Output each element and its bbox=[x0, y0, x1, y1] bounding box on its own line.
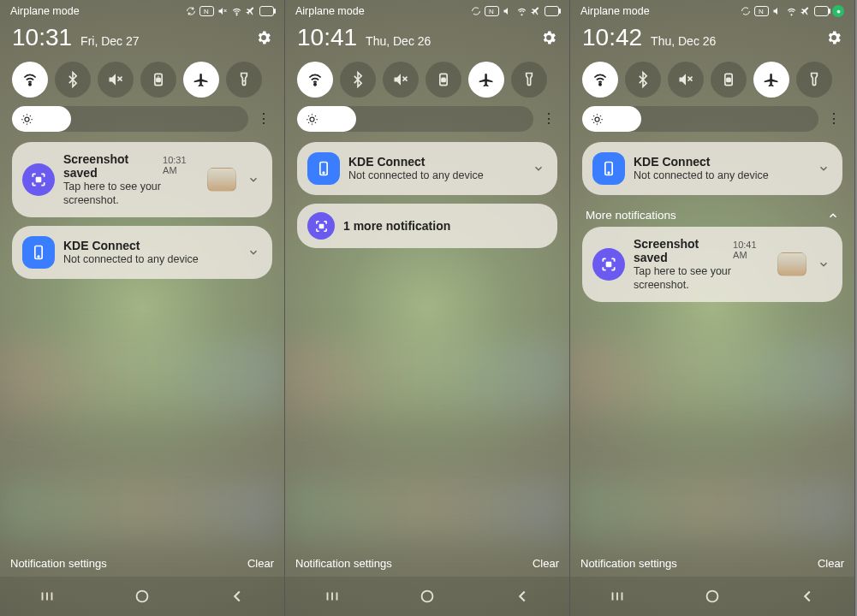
screenshot-app-icon bbox=[22, 163, 55, 196]
notification-kde-connect[interactable]: KDE Connect Not connected to any device bbox=[297, 142, 557, 195]
nav-back-button[interactable] bbox=[488, 583, 556, 609]
mute-status-icon bbox=[772, 6, 783, 16]
notification-body: Not connected to any device bbox=[348, 169, 521, 183]
notification-title: Screenshot saved bbox=[634, 237, 726, 264]
nav-back-button[interactable] bbox=[773, 583, 842, 609]
airplane-toggle[interactable] bbox=[468, 62, 504, 98]
bluetooth-toggle[interactable] bbox=[625, 62, 661, 98]
svg-rect-37 bbox=[727, 78, 730, 81]
wifi-toggle[interactable] bbox=[582, 62, 618, 98]
notification-settings-link[interactable]: Notification settings bbox=[295, 557, 392, 570]
notification-screenshot[interactable]: Screenshot saved 10:31 AM Tap here to se… bbox=[12, 142, 272, 217]
svg-point-12 bbox=[38, 256, 39, 258]
nav-home-button[interactable] bbox=[108, 583, 176, 609]
phone-panel: Airplane mode N 10:31 Fri, Dec 27 ⋮ bbox=[0, 0, 285, 616]
flashlight-toggle[interactable] bbox=[796, 62, 832, 98]
notification-title: KDE Connect bbox=[348, 155, 521, 169]
wifi-toggle[interactable] bbox=[297, 62, 333, 98]
more-notifications-label: 1 more notification bbox=[343, 219, 450, 233]
sync-icon bbox=[741, 6, 751, 16]
notification-title: KDE Connect bbox=[634, 155, 806, 169]
settings-icon[interactable] bbox=[255, 29, 272, 46]
brightness-slider[interactable] bbox=[582, 106, 818, 132]
notification-body: Not connected to any device bbox=[63, 253, 236, 267]
svg-point-30 bbox=[422, 591, 433, 602]
brightness-slider[interactable] bbox=[297, 106, 533, 132]
expand-icon[interactable] bbox=[245, 246, 262, 258]
nav-bar bbox=[285, 577, 569, 616]
sync-icon bbox=[471, 6, 481, 16]
screenshot-thumbnail bbox=[207, 168, 236, 192]
clear-button[interactable]: Clear bbox=[818, 557, 844, 570]
bluetooth-toggle[interactable] bbox=[340, 62, 376, 98]
notification-screenshot[interactable]: Screenshot saved 10:41 AM Tap here to se… bbox=[582, 227, 842, 302]
brightness-menu-icon[interactable]: ⋮ bbox=[825, 115, 842, 123]
airplane-status-icon bbox=[800, 6, 811, 16]
expand-icon[interactable] bbox=[815, 258, 832, 270]
svg-point-38 bbox=[595, 117, 599, 121]
mute-toggle[interactable] bbox=[668, 62, 704, 98]
notification-title: KDE Connect bbox=[63, 239, 236, 252]
svg-rect-10 bbox=[36, 177, 42, 183]
notification-body: Tap here to see your screenshot. bbox=[63, 181, 199, 207]
bluetooth-toggle[interactable] bbox=[55, 62, 91, 98]
status-mode-label: Airplane mode bbox=[295, 5, 365, 17]
panel-footer: Notification settings Clear bbox=[580, 557, 844, 570]
rotation-lock-toggle[interactable] bbox=[426, 62, 461, 98]
more-notifications-pill[interactable]: 1 more notification bbox=[297, 204, 557, 248]
expand-icon[interactable] bbox=[530, 163, 547, 175]
nav-home-button[interactable] bbox=[678, 583, 747, 609]
airplane-toggle[interactable] bbox=[753, 62, 789, 98]
brightness-slider[interactable] bbox=[12, 106, 248, 132]
clock-date: Thu, Dec 26 bbox=[651, 34, 716, 48]
notification-settings-link[interactable]: Notification settings bbox=[10, 557, 107, 570]
expand-icon[interactable] bbox=[815, 163, 832, 175]
battery-icon bbox=[545, 6, 559, 16]
status-mode-label: Airplane mode bbox=[10, 5, 80, 17]
svg-point-31 bbox=[791, 14, 792, 15]
panel-header: 10:41 Thu, Dec 26 bbox=[285, 19, 569, 55]
notification-kde-connect[interactable]: KDE Connect Not connected to any device bbox=[12, 226, 272, 279]
phone-panel: Airplane mode N 10:41 Thu, Dec 26 ⋮ bbox=[285, 0, 570, 616]
rotation-lock-toggle[interactable] bbox=[711, 62, 747, 98]
brightness-row: ⋮ bbox=[285, 106, 569, 142]
notification-body: Tap here to see your screenshot. bbox=[634, 265, 769, 292]
rotation-lock-toggle[interactable] bbox=[140, 62, 176, 98]
expand-icon[interactable] bbox=[245, 174, 262, 186]
clear-button[interactable]: Clear bbox=[247, 557, 274, 570]
status-tray: N bbox=[186, 6, 274, 17]
settings-icon[interactable] bbox=[825, 29, 842, 46]
svg-rect-22 bbox=[442, 78, 445, 81]
status-tray: N bbox=[471, 6, 559, 17]
chevron-up-icon bbox=[827, 210, 839, 222]
flashlight-toggle[interactable] bbox=[511, 62, 547, 98]
svg-point-33 bbox=[599, 84, 601, 86]
brightness-icon bbox=[21, 113, 33, 126]
clock-time: 10:42 bbox=[582, 24, 642, 51]
svg-point-40 bbox=[608, 172, 610, 174]
mute-toggle[interactable] bbox=[383, 62, 419, 98]
settings-icon[interactable] bbox=[540, 29, 557, 46]
brightness-menu-icon[interactable]: ⋮ bbox=[540, 115, 557, 123]
nav-back-button[interactable] bbox=[203, 583, 271, 609]
svg-point-3 bbox=[29, 84, 31, 86]
nfc-icon: N bbox=[199, 6, 214, 16]
brightness-menu-icon[interactable]: ⋮ bbox=[255, 115, 272, 123]
nav-recent-button[interactable] bbox=[13, 583, 81, 609]
panel-header: 10:31 Fri, Dec 27 bbox=[0, 19, 284, 55]
brightness-icon bbox=[591, 113, 604, 126]
nav-home-button[interactable] bbox=[393, 583, 461, 609]
mute-toggle[interactable] bbox=[98, 62, 134, 98]
more-notifications-header[interactable]: More notifications bbox=[582, 204, 842, 227]
flashlight-toggle[interactable] bbox=[226, 62, 262, 98]
notification-settings-link[interactable]: Notification settings bbox=[580, 557, 677, 570]
wifi-toggle[interactable] bbox=[12, 62, 48, 98]
notification-kde-connect[interactable]: KDE Connect Not connected to any device bbox=[582, 142, 842, 195]
status-bar: Airplane mode N bbox=[570, 0, 854, 19]
nav-recent-button[interactable] bbox=[583, 583, 652, 609]
clear-button[interactable]: Clear bbox=[533, 557, 559, 570]
nfc-icon: N bbox=[485, 6, 499, 16]
airplane-toggle[interactable] bbox=[183, 62, 219, 98]
svg-rect-26 bbox=[318, 223, 324, 228]
nav-recent-button[interactable] bbox=[298, 583, 366, 609]
